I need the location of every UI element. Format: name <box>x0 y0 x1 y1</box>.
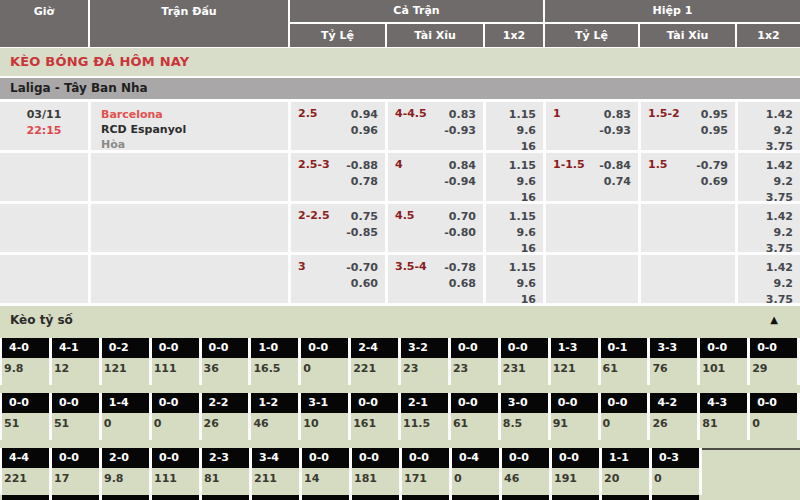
h1-over-under-cell <box>641 204 735 252</box>
h1-1x2-cell-value: 9.2 <box>738 225 793 241</box>
score-odds[interactable]: 221 <box>2 468 49 495</box>
time-cell: 03/1122:15 <box>0 102 88 150</box>
h1-handicap-cell-inner: 1-1.5-0.840.74 <box>546 153 638 190</box>
score-label: 1-2 <box>251 393 298 413</box>
score-odds[interactable]: 14 <box>302 468 349 495</box>
ft-over-under-cell[interactable]: 40.84-0.94 <box>388 153 483 201</box>
score-odds[interactable]: 20 <box>602 468 649 495</box>
score-odds[interactable]: 51 <box>52 413 99 440</box>
ft-over-under-cell-line: 4-4.5 <box>395 107 427 139</box>
score-cell: 0-051 <box>52 393 99 440</box>
score-label: 4-3 <box>700 393 747 413</box>
score-odds[interactable]: 26 <box>650 413 697 440</box>
score-odds[interactable]: 16.5 <box>251 358 298 385</box>
score-cell: 1-40 <box>102 393 149 440</box>
h1-1x2-cell[interactable]: 1.429.23.75 <box>738 255 800 303</box>
score-odds[interactable]: 81 <box>700 413 747 440</box>
ft-over-under-cell[interactable]: 4.50.70-0.80 <box>388 204 483 252</box>
score-odds[interactable]: 171 <box>402 468 449 495</box>
score-label: 4-2 <box>650 393 697 413</box>
h1-1x2-cell[interactable]: 1.429.23.75 <box>738 153 800 201</box>
score-odds[interactable]: 8.5 <box>501 413 548 440</box>
ft-1x2-cell[interactable]: 1.159.616 <box>486 153 543 201</box>
h1-over-under-cell-odds: -0.790.69 <box>696 158 728 190</box>
odds-row: 2-2.50.75-0.854.50.70-0.801.159.6161.429… <box>0 204 800 252</box>
ft-1x2-cell[interactable]: 1.159.616 <box>486 102 543 150</box>
match-time: 22:15 <box>0 123 88 139</box>
score-odds[interactable]: 61 <box>601 358 648 385</box>
ft-handicap-cell[interactable]: 2-2.50.75-0.85 <box>291 204 385 252</box>
score-odds[interactable]: 231 <box>501 358 548 385</box>
h1-1x2-cell[interactable]: 1.429.23.75 <box>738 102 800 150</box>
score-odds[interactable]: 0 <box>652 468 699 495</box>
ft-over-under-cell-inner: 3.5-4-0.780.68 <box>388 255 483 292</box>
h1-1x2-cell[interactable]: 1.429.23.75 <box>738 204 800 252</box>
score-odds[interactable]: 0 <box>452 468 499 495</box>
score-odds[interactable]: 81 <box>202 468 249 495</box>
score-odds[interactable]: 0 <box>301 358 348 385</box>
score-cell: 3-08.5 <box>501 393 548 440</box>
score-odds[interactable]: 46 <box>251 413 298 440</box>
ft-1x2-cell[interactable]: 1.159.616 <box>486 255 543 303</box>
score-odds[interactable]: 121 <box>551 358 598 385</box>
score-odds[interactable]: 61 <box>451 413 498 440</box>
h1-handicap-cell <box>546 204 638 252</box>
score-odds[interactable]: 23 <box>451 358 498 385</box>
score-odds[interactable]: 46 <box>502 468 549 495</box>
score-odds[interactable]: 211 <box>252 468 299 495</box>
ft-1x2-cell-value: 1.15 <box>486 260 536 276</box>
h1-over-under-cell[interactable]: 1.5-20.950.95 <box>641 102 735 150</box>
match-cell[interactable]: BarcelonaRCD EspanyolHòa <box>91 102 288 150</box>
ft-1x2-cell[interactable]: 1.159.616 <box>486 204 543 252</box>
ft-handicap-cell[interactable]: 2.5-3-0.880.78 <box>291 153 385 201</box>
ft-handicap-cell-odds: 0.940.96 <box>351 107 378 139</box>
score-odds[interactable]: 0 <box>152 413 199 440</box>
score-odds[interactable]: 111 <box>152 468 199 495</box>
score-odds[interactable]: 29 <box>750 358 797 385</box>
score-label: 0-0 <box>451 393 498 413</box>
score-odds[interactable]: 111 <box>152 358 199 385</box>
score-odds[interactable]: 0 <box>750 413 797 440</box>
score-odds[interactable]: 121 <box>102 358 149 385</box>
score-cell: 4-09.8 <box>2 338 49 385</box>
score-cell: 4-381 <box>700 393 747 440</box>
ft-handicap-cell-odds-top: 0.75 <box>346 209 378 225</box>
score-odds[interactable]: 51 <box>2 413 49 440</box>
score-odds[interactable]: 10 <box>301 413 348 440</box>
score-odds[interactable]: 191 <box>552 468 599 495</box>
collapse-arrow-icon[interactable]: ▲ <box>770 306 778 334</box>
score-label: 0-0 <box>302 448 349 468</box>
h1-handicap-cell[interactable]: 1-1.5-0.840.74 <box>546 153 638 201</box>
score-odds[interactable]: 0 <box>601 413 648 440</box>
score-odds[interactable]: 161 <box>351 413 398 440</box>
ft-1x2-cell-value: 9.6 <box>486 174 536 190</box>
score-odds[interactable]: 12 <box>52 358 99 385</box>
h1-handicap-cell[interactable]: 10.83-0.93 <box>546 102 638 150</box>
score-odds[interactable]: 17 <box>52 468 99 495</box>
score-odds[interactable]: 76 <box>650 358 697 385</box>
score-odds[interactable]: 221 <box>351 358 398 385</box>
score-odds[interactable]: 26 <box>202 413 249 440</box>
ft-handicap-cell[interactable]: 3-0.700.60 <box>291 255 385 303</box>
score-odds[interactable]: 101 <box>700 358 747 385</box>
score-odds[interactable]: 9.8 <box>102 468 149 495</box>
ft-over-under-cell[interactable]: 4-4.50.83-0.93 <box>388 102 483 150</box>
ft-handicap-cell[interactable]: 2.50.940.96 <box>291 102 385 150</box>
score-odds[interactable]: 9.8 <box>2 358 49 385</box>
score-odds[interactable]: 23 <box>401 358 448 385</box>
ft-over-under-cell-odds-top: 0.83 <box>444 107 476 123</box>
score-odds[interactable]: 0 <box>102 413 149 440</box>
score-label: 3-0 <box>501 393 548 413</box>
ft-1x2-cell-value: 1.15 <box>486 107 536 123</box>
score-odds[interactable]: 181 <box>352 468 399 495</box>
score-odds[interactable]: 36 <box>202 358 249 385</box>
score-odds[interactable]: 11.5 <box>401 413 448 440</box>
time-cell <box>0 153 88 201</box>
ft-over-under-cell[interactable]: 3.5-4-0.780.68 <box>388 255 483 303</box>
score-odds[interactable]: 91 <box>551 413 598 440</box>
h1-1x2-cell-value: 9.2 <box>738 276 793 292</box>
score-cell: 0-029 <box>750 338 797 385</box>
ft-over-under-cell-inner: 4.50.70-0.80 <box>388 204 483 241</box>
score-cell: 0-0111 <box>152 448 199 495</box>
h1-over-under-cell[interactable]: 1.5-0.790.69 <box>641 153 735 201</box>
